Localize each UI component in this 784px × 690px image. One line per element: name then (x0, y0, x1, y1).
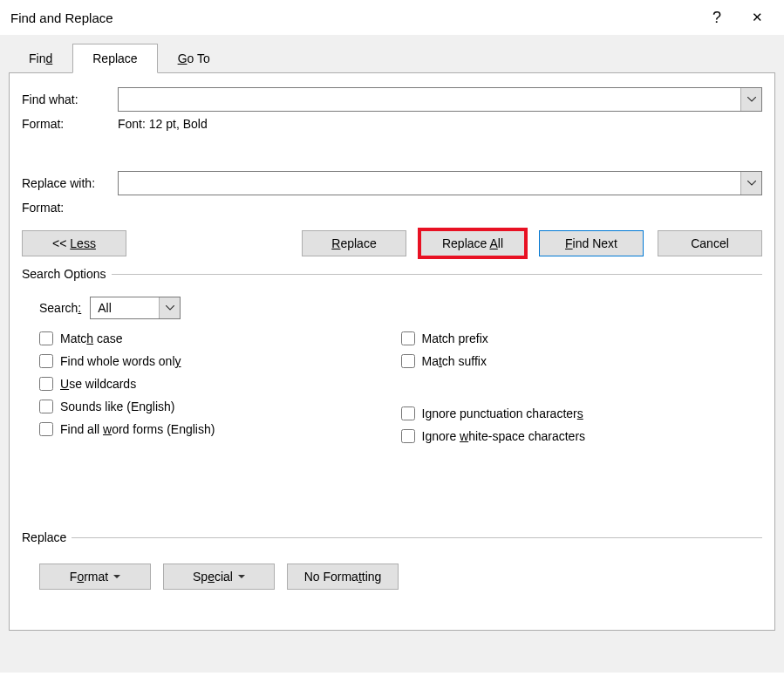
find-what-input-combo[interactable] (118, 87, 762, 112)
search-options-legend: Search Options (22, 267, 112, 281)
find-what-row: Find what: (22, 87, 762, 112)
close-icon: ✕ (752, 10, 763, 25)
content-area: Find Replace Go To Find what: Format: Fo… (0, 35, 784, 673)
no-formatting-button[interactable]: No Formatting (287, 564, 399, 590)
whole-words-checkbox[interactable]: Find whole words only (39, 354, 401, 368)
wildcards-checkbox[interactable]: Use wildcards (39, 377, 401, 391)
chevron-down-icon (166, 305, 174, 311)
tab-goto[interactable]: Go To (158, 44, 230, 73)
sounds-like-checkbox[interactable]: Sounds like (English) (39, 400, 401, 413)
dialog-title: Find and Replace (10, 10, 697, 25)
find-next-button[interactable]: Find Next (539, 230, 644, 256)
replace-with-input[interactable] (119, 172, 740, 195)
replace-with-row: Replace with: (22, 171, 762, 195)
find-what-input[interactable] (119, 88, 740, 111)
chevron-down-icon (747, 181, 756, 186)
find-what-dropdown[interactable] (740, 88, 761, 111)
replace-with-input-combo[interactable] (118, 171, 762, 195)
replace-all-button[interactable]: Replace All (420, 230, 525, 256)
ignore-punctuation-checkbox[interactable]: Ignore punctuation characters (401, 406, 763, 420)
titlebar: Find and Replace ? ✕ (0, 0, 784, 35)
find-what-label: Find what: (22, 92, 118, 106)
replace-legend: Replace (22, 530, 72, 544)
replace-fieldset-buttons: Format Special No Formatting (39, 564, 762, 590)
word-forms-checkbox[interactable]: Find all word forms (English) (39, 422, 401, 436)
caret-down-icon (113, 575, 120, 579)
find-format-label: Format: (22, 117, 118, 131)
tab-replace[interactable]: Replace (72, 44, 157, 73)
replace-fieldset: Replace Format Special (22, 530, 762, 590)
search-label: Search: (39, 301, 81, 315)
tabs: Find Replace Go To (9, 44, 775, 73)
close-button[interactable]: ✕ (737, 3, 777, 31)
match-case-checkbox[interactable]: Match case (39, 331, 401, 345)
replace-with-label: Replace with: (22, 176, 118, 190)
search-direction-dropdown[interactable]: All (90, 297, 181, 319)
checkbox-col-left: Match case Find whole words only Use wil… (39, 331, 401, 443)
match-prefix-checkbox[interactable]: Match prefix (401, 331, 763, 345)
help-button[interactable]: ? (697, 3, 737, 31)
search-options-fieldset: Search Options Search: All Match (22, 267, 762, 443)
find-replace-dialog: Find and Replace ? ✕ Find Replace Go To … (0, 0, 784, 690)
caret-down-icon (238, 575, 245, 579)
replace-format-row: Format: (22, 201, 762, 215)
chevron-down-icon (747, 97, 756, 102)
less-button[interactable]: << Less (22, 230, 126, 256)
search-direction-row: Search: All (39, 297, 762, 319)
replace-format-label: Format: (22, 201, 118, 215)
replace-button[interactable]: Replace (302, 230, 406, 256)
help-icon: ? (712, 9, 721, 27)
search-direction-value: All (91, 297, 159, 318)
replace-format-value (118, 201, 762, 215)
cancel-button[interactable]: Cancel (658, 230, 762, 256)
find-format-row: Format: Font: 12 pt, Bold (22, 117, 762, 131)
match-suffix-checkbox[interactable]: Match suffix (401, 354, 763, 368)
search-direction-drop-btn[interactable] (159, 297, 180, 318)
tab-find[interactable]: Find (9, 44, 72, 73)
button-row: << Less Replace Replace All Find Next Ca… (22, 230, 762, 256)
checkbox-col-right: Match prefix Match suffix Ignore punctua… (401, 331, 763, 443)
special-button[interactable]: Special (163, 564, 275, 590)
replace-with-dropdown[interactable] (740, 172, 761, 195)
find-format-value: Font: 12 pt, Bold (118, 117, 762, 131)
ignore-whitespace-checkbox[interactable]: Ignore white-space characters (401, 429, 763, 443)
checkbox-columns: Match case Find whole words only Use wil… (39, 331, 762, 443)
format-button[interactable]: Format (39, 564, 151, 590)
panel: Find what: Format: Font: 12 pt, Bold Rep… (9, 72, 775, 631)
